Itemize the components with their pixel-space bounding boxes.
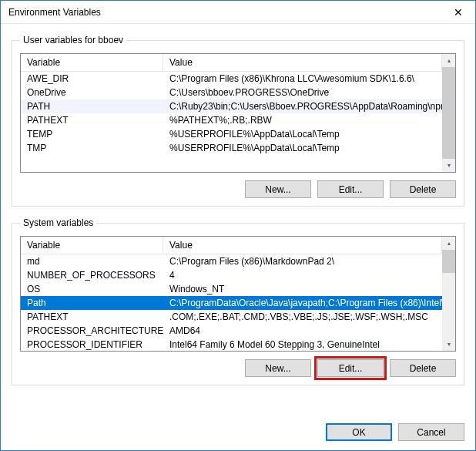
scroll-up-icon[interactable]: ▴	[442, 54, 455, 67]
cell-value: Intel64 Family 6 Model 60 Stepping 3, Ge…	[163, 338, 442, 351]
cell-value: Windows_NT	[163, 283, 442, 295]
system-variables-list[interactable]: Variable Value mdC:\Program Files (x86)\…	[20, 236, 456, 352]
col-header-variable[interactable]: Variable	[21, 237, 163, 254]
table-row[interactable]: TEMP%USERPROFILE%\AppData\Local\Temp	[21, 127, 442, 141]
col-header-value[interactable]: Value	[163, 237, 442, 254]
cell-variable: OneDrive	[21, 86, 163, 99]
cell-value: C:\Users\bboev.PROGRESS\OneDrive	[163, 86, 442, 99]
list-header: Variable Value	[21, 54, 442, 72]
user-button-row: New... Edit... Delete	[20, 180, 456, 198]
user-delete-button[interactable]: Delete	[390, 180, 456, 198]
user-variables-legend: User variables for bboev	[20, 35, 126, 45]
table-row[interactable]: PROCESSOR_IDENTIFIERIntel64 Family 6 Mod…	[21, 338, 442, 351]
scroll-down-icon[interactable]: ▾	[442, 159, 455, 172]
cell-value: C:\Program Files (x86)\Khrona LLC\Awesom…	[163, 72, 442, 85]
ok-button[interactable]: OK	[326, 423, 392, 441]
table-row[interactable]: PATHC:\Ruby23\bin;C:\Users\Bboev.PROGRES…	[21, 99, 442, 113]
scroll-thumb[interactable]	[442, 67, 455, 159]
cell-value: .COM;.EXE;.BAT;.CMD;.VBS;.VBE;.JS;.JSE;.…	[163, 311, 442, 323]
titlebar: Environment Variables ✕	[1, 1, 475, 24]
system-delete-button[interactable]: Delete	[390, 359, 456, 377]
cell-variable: PROCESSOR_ARCHITECTURE	[21, 325, 163, 337]
cell-variable: PATHEXT	[21, 114, 163, 126]
dialog-body: User variables for bboev Variable Value …	[1, 24, 475, 419]
scroll-track[interactable]	[442, 67, 455, 159]
cell-variable: Path	[21, 297, 163, 309]
cell-value: %USERPROFILE%\AppData\Local\Temp	[163, 142, 442, 154]
table-row[interactable]: AWE_DIRC:\Program Files (x86)\Khrona LLC…	[21, 72, 442, 86]
table-row[interactable]: PathC:\ProgramData\Oracle\Java\javapath;…	[21, 296, 442, 310]
scrollbar[interactable]: ▴ ▾	[442, 237, 455, 351]
col-header-variable[interactable]: Variable	[21, 54, 163, 71]
cell-variable: AWE_DIR	[21, 72, 163, 85]
user-new-button[interactable]: New...	[245, 180, 311, 198]
system-button-row: New... Edit... Delete	[20, 359, 456, 377]
system-variables-legend: System variables	[20, 217, 96, 228]
cell-variable: PROCESSOR_IDENTIFIER	[21, 338, 163, 351]
table-row[interactable]: TMP%USERPROFILE%\AppData\Local\Temp	[21, 141, 442, 155]
close-icon: ✕	[454, 6, 463, 19]
table-row[interactable]: PROCESSOR_ARCHITECTUREAMD64	[21, 324, 442, 338]
user-variables-group: User variables for bboev Variable Value …	[12, 35, 464, 207]
cell-variable: OS	[21, 283, 163, 295]
cell-value: AMD64	[163, 325, 442, 337]
table-row[interactable]: OneDriveC:\Users\bboev.PROGRESS\OneDrive	[21, 86, 442, 99]
cell-value: C:\Ruby23\bin;C:\Users\Bboev.PROGRESS\Ap…	[163, 100, 442, 113]
scrollbar[interactable]: ▴ ▾	[442, 54, 455, 172]
scroll-down-icon[interactable]: ▾	[442, 338, 455, 351]
cell-variable: PATH	[21, 100, 163, 113]
cancel-button[interactable]: Cancel	[398, 423, 464, 441]
cell-value: %PATHEXT%;.RB;.RBW	[163, 114, 442, 126]
system-edit-button[interactable]: Edit...	[317, 359, 384, 377]
user-variables-list[interactable]: Variable Value AWE_DIRC:\Program Files (…	[20, 53, 456, 173]
user-edit-button[interactable]: Edit...	[317, 180, 384, 198]
table-row[interactable]: mdC:\Program Files (x86)\MarkdownPad 2\	[21, 254, 442, 268]
system-new-button[interactable]: New...	[245, 359, 311, 377]
cell-variable: TEMP	[21, 128, 163, 140]
col-header-value[interactable]: Value	[163, 54, 442, 71]
table-row[interactable]: OSWindows_NT	[21, 282, 442, 296]
table-row[interactable]: NUMBER_OF_PROCESSORS4	[21, 268, 442, 282]
scroll-track[interactable]	[442, 250, 455, 338]
system-variables-group: System variables Variable Value mdC:\Pro…	[12, 217, 464, 385]
cell-variable: PATHEXT	[21, 311, 163, 323]
dialog-footer: OK Cancel	[1, 419, 475, 450]
list-header: Variable Value	[21, 237, 442, 254]
cell-variable: NUMBER_OF_PROCESSORS	[21, 269, 163, 281]
env-vars-dialog: Environment Variables ✕ User variables f…	[0, 0, 476, 451]
scroll-thumb[interactable]	[442, 250, 455, 273]
close-button[interactable]: ✕	[441, 1, 475, 23]
table-row[interactable]: PATHEXT%PATHEXT%;.RB;.RBW	[21, 113, 442, 127]
cell-value: C:\ProgramData\Oracle\Java\javapath;C:\P…	[163, 297, 442, 309]
cell-value: %USERPROFILE%\AppData\Local\Temp	[163, 128, 442, 140]
cell-variable: TMP	[21, 142, 163, 154]
window-title: Environment Variables	[8, 7, 441, 18]
cell-value: 4	[163, 269, 442, 281]
cell-variable: md	[21, 255, 163, 268]
table-row[interactable]: PATHEXT.COM;.EXE;.BAT;.CMD;.VBS;.VBE;.JS…	[21, 310, 442, 324]
cell-value: C:\Program Files (x86)\MarkdownPad 2\	[163, 255, 442, 268]
scroll-up-icon[interactable]: ▴	[442, 237, 455, 250]
